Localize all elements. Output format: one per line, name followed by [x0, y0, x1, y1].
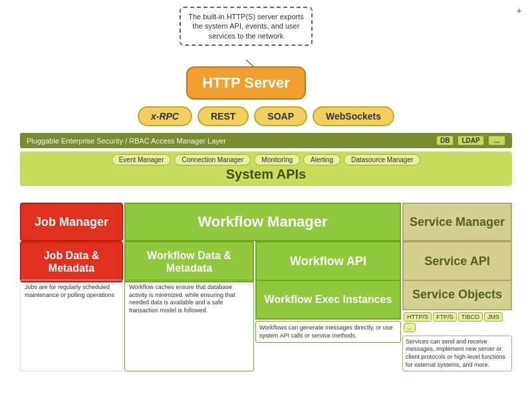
svc-objects-container: Service Objects HTTP/S FTP/S TIBCO JMS .…	[402, 280, 512, 371]
svc-pills-row: HTTP/S FTP/S TIBCO JMS ...	[402, 310, 512, 334]
diagram: + The built-in HTTP(S) server exports th…	[0, 0, 532, 394]
jms-pill: JMS	[484, 312, 503, 322]
more-pill: ...	[488, 136, 505, 146]
wf-exec-box: Workflow Exec Instances	[255, 280, 401, 320]
main-row: Job Manager Workflow Manager Service Man…	[20, 203, 512, 241]
wf-data-box: Workflow Data & Metadata	[124, 241, 254, 282]
svc-desc: Services can send and receive messages, …	[402, 336, 512, 372]
more-svc-pill: ...	[404, 323, 416, 332]
rest-pill: REST	[198, 106, 249, 126]
http-server-note: The built-in HTTP(S) server exports the …	[180, 7, 313, 46]
svc-objects-box: Service Objects	[402, 280, 512, 310]
protocol-row: x-RPC REST SOAP WebSockets	[66, 106, 466, 126]
job-desc: Jobs are for regularly scheduled mainten…	[20, 280, 123, 371]
wf-api-box: Workflow API	[255, 241, 401, 282]
system-apis-container: Event Manager Connection Manager Monitor…	[20, 151, 512, 186]
ftps-pill: FTP/S	[433, 312, 457, 322]
alerting-pill: Alerting	[303, 154, 340, 165]
service-manager-box: Service Manager	[402, 203, 512, 241]
second-row: Job Data & Metadata Workflow Data & Meta…	[20, 241, 512, 282]
monitoring-pill: Monitoring	[254, 154, 300, 165]
tibco-pill: TIBCO	[458, 312, 483, 322]
job-data-box: Job Data & Metadata	[20, 241, 123, 282]
plus-sign: +	[517, 5, 522, 16]
wf-desc: Workflow caches ensure that database act…	[124, 280, 254, 371]
http-server-box: HTTP Server	[186, 66, 306, 100]
third-row: Jobs are for regularly scheduled mainten…	[20, 280, 512, 371]
workflow-manager-box: Workflow Manager	[124, 203, 401, 241]
job-manager-box: Job Manager	[20, 203, 123, 241]
service-api-box: Service API	[402, 241, 512, 282]
db-pill: DB	[436, 136, 454, 146]
event-manager-pill: Event Manager	[112, 154, 172, 165]
system-apis-pills: Event Manager Connection Manager Monitor…	[24, 154, 508, 165]
https-pill: HTTP/S	[404, 312, 432, 322]
wf-exec-desc: Workflows can generate messages directly…	[255, 321, 401, 343]
wf-exec-container: Workflow Exec Instances Workflows can ge…	[255, 280, 401, 371]
datasource-manager-pill: Datasource Manager	[344, 154, 420, 165]
soap-pill: SOAP	[254, 106, 307, 126]
system-apis-title: System APIs	[24, 167, 508, 182]
xrpc-pill: x-RPC	[138, 106, 192, 126]
ldap-pill: LDAP	[458, 136, 483, 146]
connection-manager-pill: Connection Manager	[174, 154, 251, 165]
websockets-pill: WebSockets	[313, 106, 394, 126]
security-bar: Pluggable Enterprise Security / RBAC Acc…	[20, 133, 512, 148]
